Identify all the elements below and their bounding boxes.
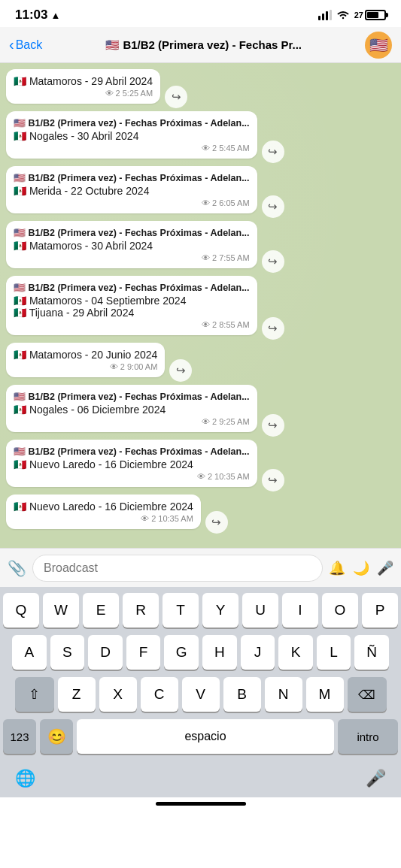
forward-button[interactable]: ↪ [165,86,187,108]
key-w[interactable]: W [43,593,79,628]
msg-content: 🇲🇽 Matamoros - 04 Septiembre 2024 [14,295,250,307]
msg-content: 🇲🇽 Nogales - 06 Diciembre 2024 [14,404,250,416]
msg-bubble: 🇺🇸 B1/B2 (Primera vez) - Fechas Próximas… [6,221,257,268]
shift-key[interactable]: ⇧ [15,677,54,712]
msg-bubble: 🇺🇸 B1/B2 (Primera vez) - Fechas Próximas… [6,111,257,159]
msg-meta: 👁 2 8:55 AM [14,320,250,329]
key-b[interactable]: B [223,677,261,712]
location-icon: ▲ [50,10,60,21]
msg-meta: 👁 2 10:35 AM [14,514,193,523]
space-key[interactable]: espacio [77,719,334,754]
keyboard-bottom-row: 123 😊 espacio intro [3,719,398,754]
msg-content: 🇲🇽 Matamoros - 30 Abril 2024 [14,240,250,252]
nav-bar: ‹ Back 🇺🇸 B1/B2 (Primera vez) - Fechas P… [0,27,401,63]
chat-area: 🇲🇽 Matamoros - 29 Abril 2024 👁 2 5:25 AM… [0,63,401,548]
avatar-emoji: 🇺🇸 [369,36,388,54]
keyboard: Q W E R T Y U I O P A S D F G H J K L Ñ … [0,587,401,763]
msg-title: 🇺🇸 B1/B2 (Primera vez) - Fechas Próximas… [14,227,250,238]
key-x[interactable]: X [99,677,137,712]
key-l[interactable]: L [317,635,351,670]
globe-icon[interactable]: 🌐 [15,769,35,788]
key-y[interactable]: Y [202,593,238,628]
msg-title: 🇺🇸 B1/B2 (Primera vez) - Fechas Próximas… [14,446,250,457]
back-label: Back [16,38,43,52]
forward-button[interactable]: ↪ [169,359,192,382]
key-v[interactable]: V [182,677,220,712]
key-n-tilde[interactable]: Ñ [354,635,389,670]
msg-title: 🇺🇸 B1/B2 (Primera vez) - Fechas Próximas… [14,172,250,183]
status-time: 11:03 ▲ [15,8,60,23]
key-h[interactable]: H [202,635,237,670]
keyboard-row-2: A S D F G H J K L Ñ [3,635,398,670]
msg-content: 🇲🇽 Matamoros - 20 Junio 2024 [14,349,157,361]
msg-meta: 👁 2 9:00 AM [14,362,157,371]
emoji-key[interactable]: 😊 [40,719,73,754]
msg-bubble: 🇺🇸 B1/B2 (Primera vez) - Fechas Próximas… [6,276,257,335]
message-input[interactable] [32,555,323,582]
forward-button[interactable]: ↪ [262,141,284,163]
msg-bubble: 🇲🇽 Matamoros - 29 Abril 2024 👁 2 5:25 AM [6,69,160,104]
message-row: 🇲🇽 Nuevo Laredo - 16 Diciembre 2024 👁 2 … [6,494,395,534]
message-row: 🇺🇸 B1/B2 (Primera vez) - Fechas Próximas… [6,111,395,163]
msg-meta: 👁 2 5:45 AM [14,144,250,153]
key-d[interactable]: D [88,635,123,670]
forward-button[interactable]: ↪ [262,469,284,491]
key-q[interactable]: Q [3,593,39,628]
msg-meta: 👁 2 6:05 AM [14,198,250,207]
key-i[interactable]: I [282,593,318,628]
key-t[interactable]: T [163,593,199,628]
msg-content: 🇲🇽 Tijuana - 29 Abril 2024 [14,307,250,319]
msg-bubble: 🇺🇸 B1/B2 (Primera vez) - Fechas Próximas… [6,385,257,432]
key-f[interactable]: F [126,635,161,670]
key-k[interactable]: K [278,635,313,670]
key-u[interactable]: U [242,593,278,628]
forward-button[interactable]: ↪ [262,414,284,437]
message-row: 🇺🇸 B1/B2 (Primera vez) - Fechas Próximas… [6,385,395,437]
key-a[interactable]: A [12,635,47,670]
backspace-key[interactable]: ⌫ [348,677,387,712]
forward-button[interactable]: ↪ [262,195,284,218]
msg-title: 🇺🇸 B1/B2 (Primera vez) - Fechas Próximas… [14,282,250,293]
key-o[interactable]: O [322,593,358,628]
nav-avatar[interactable]: 🇺🇸 [365,32,392,59]
msg-meta: 👁 2 5:25 AM [14,89,153,98]
message-row: 🇺🇸 B1/B2 (Primera vez) - Fechas Próximas… [6,166,395,218]
time-display: 11:03 [15,8,47,23]
battery-container: 27 [354,10,386,20]
key-n[interactable]: N [265,677,302,712]
key-m[interactable]: M [306,677,344,712]
bell-icon[interactable]: 🔔 [329,560,345,576]
keyboard-bottom-bar: 🌐 🎤 [0,763,401,797]
msg-bubble: 🇲🇽 Nuevo Laredo - 16 Diciembre 2024 👁 2 … [6,494,201,529]
moon-icon[interactable]: 🌙 [353,560,369,576]
numbers-key[interactable]: 123 [3,719,36,754]
return-key[interactable]: intro [338,719,398,754]
key-c[interactable]: C [141,677,178,712]
msg-bubble: 🇺🇸 B1/B2 (Primera vez) - Fechas Próximas… [6,166,257,213]
key-j[interactable]: J [241,635,275,670]
key-e[interactable]: E [83,593,119,628]
mic-icon[interactable]: 🎤 [377,560,393,576]
msg-bubble: 🇲🇽 Matamoros - 20 Junio 2024 👁 2 9:00 AM [6,343,165,377]
back-button[interactable]: ‹ Back [9,36,42,53]
forward-button[interactable]: ↪ [262,250,284,273]
key-g[interactable]: G [164,635,199,670]
forward-button[interactable]: ↪ [262,317,284,340]
message-row: 🇺🇸 B1/B2 (Primera vez) - Fechas Próximas… [6,221,395,273]
key-z[interactable]: Z [58,677,96,712]
key-s[interactable]: S [50,635,85,670]
key-r[interactable]: R [123,593,159,628]
attach-icon[interactable]: 📎 [8,559,26,577]
message-row: 🇺🇸 B1/B2 (Primera vez) - Fechas Próximas… [6,276,395,340]
forward-button[interactable]: ↪ [205,511,228,534]
svg-rect-0 [318,16,320,20]
mic-bottom-icon[interactable]: 🎤 [366,769,386,788]
keyboard-row-3: ⇧ Z X C V B N M ⌫ [3,677,398,712]
home-indicator [0,797,401,809]
key-p[interactable]: P [362,593,398,628]
msg-meta: 👁 2 7:55 AM [14,253,250,262]
battery-icon [365,10,386,20]
status-icons: 27 [318,10,386,20]
input-bar: 📎 🔔 🌙 🎤 [0,548,401,587]
status-bar: 11:03 ▲ 27 [0,0,401,27]
